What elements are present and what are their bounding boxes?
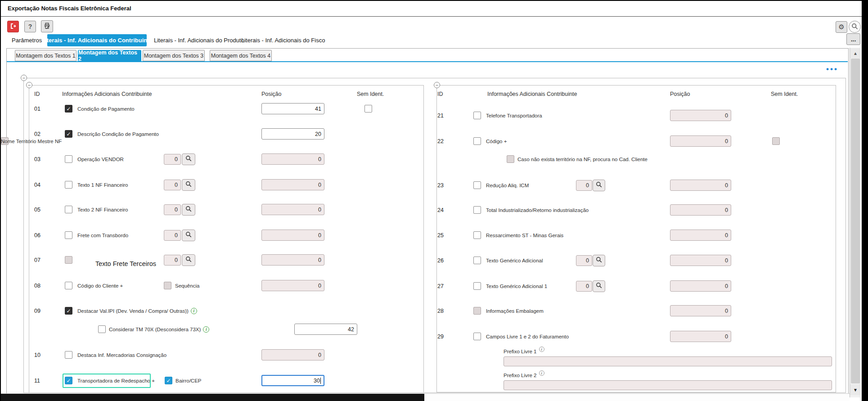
posicao-input: 0: [670, 110, 731, 121]
title-separator: [1, 16, 862, 17]
printer-icon: [43, 22, 51, 31]
row-checkbox[interactable]: [473, 333, 481, 340]
row-id: 25: [437, 232, 444, 239]
row-checkbox[interactable]: ✓: [65, 307, 72, 315]
row-label: Operação VENDOR: [77, 155, 124, 163]
row-checkbox[interactable]: [473, 282, 481, 290]
horizontal-scrollbar-thumb[interactable]: [1, 394, 424, 401]
row-id: 10: [34, 351, 40, 359]
help-button[interactable]: ?: [24, 21, 36, 32]
prefixo-livre-1-label: Prefixo Livre 1: [504, 349, 537, 354]
row-id: 28: [437, 307, 444, 315]
row-id: 06: [34, 232, 40, 239]
row-checkbox[interactable]: [473, 137, 481, 145]
row-label: Texto Genérico Adicional 1: [486, 282, 547, 290]
row-checkbox[interactable]: [65, 155, 72, 163]
row-label: Código do Cliente +: [77, 282, 123, 290]
lookup-search-button[interactable]: [182, 204, 195, 216]
row-checkbox[interactable]: [65, 181, 72, 189]
scroll-up-button[interactable]: ▲: [850, 48, 861, 58]
info-icon: i: [539, 370, 544, 376]
vertical-scrollbar-thumb[interactable]: [851, 59, 860, 383]
tab-literais-contribuinte[interactable]: Literais - Inf. Adicionais do Contribuin…: [47, 34, 147, 46]
help-icon: ?: [28, 23, 32, 30]
row-label: Telefone Transportadora: [486, 112, 542, 120]
lookup-search-button[interactable]: [182, 153, 195, 165]
print-button[interactable]: [41, 20, 53, 32]
row-checkbox[interactable]: [473, 181, 481, 189]
settings-button[interactable]: ⚙: [836, 21, 847, 33]
row-checkbox[interactable]: [98, 325, 106, 333]
tab-parametros[interactable]: Parâmetros: [12, 34, 42, 46]
more-options-button[interactable]: ...: [846, 33, 860, 45]
row-id: 22: [437, 138, 444, 145]
lookup-input: 0: [576, 255, 592, 266]
lookup-search-button[interactable]: [593, 255, 605, 266]
subtab-montagem-textos-4[interactable]: Montagem dos Textos 4: [210, 50, 272, 61]
row-checkbox[interactable]: [65, 231, 72, 239]
posicao-input: 0: [670, 305, 731, 316]
search-button[interactable]: [849, 21, 861, 33]
tab-literais-produto[interactable]: Literais - Inf. Adicionais do Produto: [154, 34, 244, 46]
lookup-input: 0: [576, 180, 592, 191]
posicao-input: 0: [670, 230, 731, 241]
info-icon: i: [539, 347, 544, 352]
lookup-input: 0: [164, 180, 181, 190]
collapse-icon-outer[interactable]: −: [21, 75, 27, 81]
posicao-input[interactable]: 41: [261, 103, 324, 114]
secondary-checkbox[interactable]: ✓: [165, 377, 172, 384]
row-id: 11: [34, 377, 40, 384]
sem-ident-checkbox[interactable]: [364, 105, 372, 113]
lookup-search-button[interactable]: [593, 180, 605, 191]
lookup-search-button[interactable]: [182, 179, 195, 191]
scroll-down-button[interactable]: ▼: [850, 384, 861, 395]
lookup-search-button[interactable]: [182, 254, 195, 266]
lookup-search-button[interactable]: [593, 280, 605, 292]
row-checkbox[interactable]: [473, 231, 481, 239]
row-label: Código +: [486, 137, 507, 145]
posicao-input[interactable]: 30: [261, 375, 324, 386]
active-subtab-underline: [7, 61, 848, 62]
row-id: 01: [34, 105, 40, 113]
sem-ident-checkbox: [772, 137, 780, 145]
row-checkbox[interactable]: ✓: [65, 130, 72, 138]
search-icon: [185, 231, 192, 239]
row-checkbox[interactable]: [473, 257, 481, 264]
lookup-search-button[interactable]: [182, 230, 195, 241]
posicao-input[interactable]: 42: [294, 324, 357, 335]
row-id: 24: [437, 207, 444, 214]
col-header-posicao: Posição: [261, 90, 281, 98]
collapse-icon-left[interactable]: −: [26, 82, 32, 88]
panel-overflow-dots[interactable]: •••: [826, 65, 838, 74]
row-id: 02: [34, 131, 40, 138]
row-checkbox[interactable]: [65, 206, 72, 213]
row-checkbox[interactable]: [65, 282, 72, 289]
row-id: 08: [34, 282, 40, 289]
prefixo-livre-1-input: [504, 356, 832, 366]
row-checkbox[interactable]: [65, 351, 72, 359]
subtab-montagem-textos-2[interactable]: Montagem dos Textos 2: [78, 50, 141, 61]
row-label: Texto Genérico Adicional: [486, 257, 543, 265]
subtab-montagem-textos-3[interactable]: Montagem dos Textos 3: [143, 50, 205, 61]
col-header-sem-ident: Sem Ident.: [357, 90, 384, 98]
focus-ring: [63, 374, 151, 388]
posicao-input[interactable]: 20: [261, 128, 324, 140]
row-label: Condição de Pagamento: [77, 105, 135, 113]
row-label: Descrição Condição de Pagamento: [77, 130, 159, 138]
subtab-montagem-textos-1[interactable]: Montagem dos Textos 1: [15, 50, 76, 61]
collapse-icon-right[interactable]: −: [434, 82, 440, 88]
col-header-id: ID: [34, 90, 40, 98]
row-label: Destaca Inf. Mercadorias Consignação: [77, 351, 166, 359]
posicao-input: 0: [670, 280, 731, 292]
row-checkbox[interactable]: [473, 112, 481, 119]
row-checkbox: [473, 307, 481, 315]
posicao-input: 0: [261, 349, 324, 360]
tab-literais-fisco[interactable]: Literais - Inf. Adicionais do Fisco: [241, 34, 325, 46]
row-checkbox[interactable]: [473, 206, 481, 214]
search-icon: [185, 206, 192, 214]
row-checkbox[interactable]: ✓: [65, 105, 72, 113]
row-id: 04: [34, 181, 40, 189]
posicao-input: 0: [261, 230, 324, 241]
exit-button[interactable]: [7, 21, 19, 32]
posicao-input: 0: [670, 180, 731, 191]
